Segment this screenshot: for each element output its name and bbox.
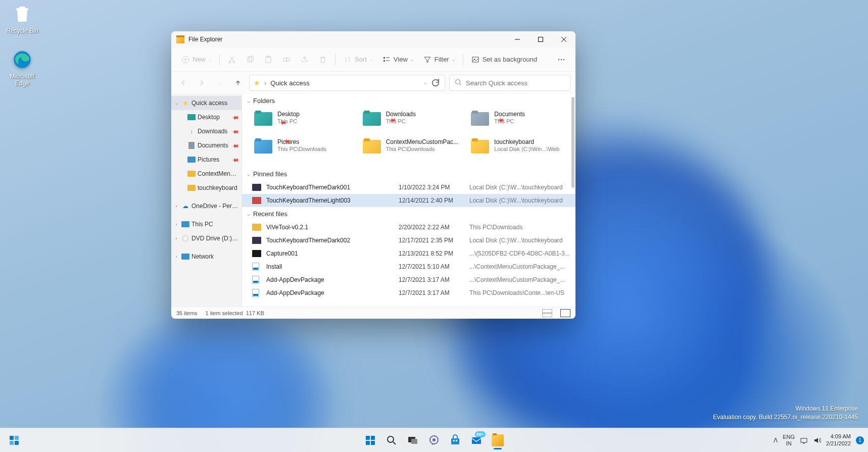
file-row[interactable]: Capture00112/13/2021 8:52 PM...\{5205DFB… — [242, 247, 575, 260]
expand-icon: › — [173, 222, 179, 227]
up-button[interactable] — [231, 76, 245, 90]
file-row[interactable]: TouchKeyboardThemeLight00312/14/2021 2:4… — [242, 194, 575, 207]
watermark: Windows 11 Enterprise Evaluation copy. B… — [713, 405, 858, 422]
tray-overflow-button[interactable]: ᐱ — [774, 437, 778, 444]
copy-button[interactable] — [242, 52, 258, 68]
sidebar-item-desktop[interactable]: Desktop📌 — [171, 110, 242, 124]
folder-tile[interactable]: DesktopThis PC📌 — [252, 109, 356, 133]
svg-rect-20 — [10, 441, 14, 445]
edge-icon — [11, 48, 33, 71]
forward-button[interactable] — [195, 76, 209, 90]
store-button[interactable] — [445, 430, 465, 450]
share-button[interactable] — [297, 52, 313, 68]
sidebar-item-touchkeyboard[interactable]: touchkeyboard — [171, 181, 242, 195]
file-row[interactable]: Add-AppDevPackage12/7/2021 3:17 AMThis P… — [242, 286, 575, 299]
desktop-icon-edge[interactable]: Microsoft Edge — [3, 48, 41, 87]
refresh-button[interactable] — [430, 78, 441, 88]
folder-tile[interactable]: touchkeyboardLocal Disk (C:)\Win...\Web — [469, 136, 572, 161]
file-date: 12/17/2021 2:35 PM — [399, 237, 469, 244]
file-path: ...\{5205DFB2-CDF6-4D8C-A0B1-3... — [469, 250, 570, 257]
selection-info: 1 item selected 117 KB — [206, 310, 264, 316]
search-button[interactable] — [381, 430, 402, 450]
paste-button[interactable] — [260, 52, 276, 68]
folder-tile[interactable]: DownloadsThis PC📌 — [361, 109, 464, 133]
sidebar-item-documents[interactable]: Documents📌 — [171, 138, 242, 153]
onedrive-icon: ☁ — [181, 202, 189, 210]
folder-tile[interactable]: ContextMenuCustomPac...This PC\Downloads — [361, 136, 464, 161]
search-input[interactable] — [466, 79, 565, 87]
chat-button[interactable] — [424, 430, 444, 450]
file-row[interactable]: TouchKeyboardThemeDark0011/10/2022 3:24 … — [242, 181, 575, 194]
sidebar-item-network[interactable]: ›Network — [171, 249, 242, 264]
recent-files-header[interactable]: ⌵Recent files — [242, 207, 575, 221]
file-row[interactable]: TouchKeyboardThemeDark00212/17/2021 2:35… — [242, 234, 575, 247]
sidebar-item-onedrive-personal[interactable]: ›☁OneDrive - Personal — [171, 199, 242, 213]
maximize-button[interactable] — [529, 31, 552, 47]
network-icon[interactable] — [800, 436, 808, 444]
filter-button[interactable]: Filter⌵ — [419, 52, 459, 68]
volume-icon[interactable] — [813, 436, 821, 444]
mail-button[interactable]: 99+ — [466, 430, 487, 450]
cut-button[interactable] — [224, 52, 240, 68]
folder-tile[interactable]: PicturesThis PC\Downloads📌 — [252, 136, 356, 161]
sidebar-item-contextmenucust[interactable]: ContextMenuCust — [171, 167, 242, 181]
minimize-button[interactable] — [506, 31, 529, 47]
desktop-icon — [187, 113, 196, 121]
dvd-icon — [181, 234, 189, 242]
new-button[interactable]: New⌵ — [177, 52, 215, 68]
details-view-button[interactable] — [542, 309, 552, 317]
titlebar[interactable]: File Explorer — [171, 31, 575, 47]
back-button[interactable] — [176, 76, 190, 90]
sidebar-item-pictures[interactable]: Pictures📌 — [171, 153, 242, 167]
set-background-button[interactable]: Set as background — [467, 52, 541, 68]
delete-button[interactable] — [315, 52, 331, 68]
file-date: 12/7/2021 5:10 AM — [399, 263, 469, 270]
pin-icon: 📌 — [231, 127, 239, 135]
folder-tile[interactable]: DocumentsThis PC📌 — [469, 109, 572, 133]
close-button[interactable] — [552, 31, 575, 47]
breadcrumb[interactable]: Quick access — [270, 79, 309, 87]
notification-badge[interactable]: 1 — [856, 436, 864, 444]
taskbar: 99+ ᐱ ENGIN 4:09 AM2/21/2022 1 — [0, 428, 868, 452]
recent-locations-button[interactable]: ⌵ — [213, 76, 227, 90]
file-row[interactable]: Install12/7/2021 5:10 AM...\ContextMenuC… — [242, 260, 575, 273]
more-button[interactable] — [553, 52, 569, 68]
file-explorer-icon — [176, 35, 184, 43]
file-row[interactable]: Add-AppDevPackage12/7/2021 3:17 AM...\Co… — [242, 273, 575, 286]
start-button[interactable] — [360, 430, 380, 450]
sidebar-item-this-pc[interactable]: ›This PC — [171, 217, 242, 231]
desktop-icon-recycle-bin[interactable]: Recycle Bin — [3, 3, 41, 34]
file-path: This PC\Downloads — [469, 224, 570, 231]
file-row[interactable]: ViVeTool-v0.2.12/20/2022 2:22 AMThis PC\… — [242, 221, 575, 234]
file-path: Local Disk (C:)\W...\touchkeyboard — [469, 237, 570, 244]
chevron-down-icon: ⌵ — [247, 98, 250, 104]
scrollbar[interactable] — [571, 97, 574, 188]
file-date: 1/10/2022 3:24 PM — [399, 184, 469, 191]
folders-header[interactable]: ⌵Folders — [242, 94, 575, 108]
file-name: TouchKeyboardThemeDark002 — [266, 237, 399, 244]
status-bar: 35 items 1 item selected 117 KB — [171, 307, 575, 319]
sidebar: ⌵★Quick accessDesktop📌↓Downloads📌Documen… — [171, 94, 242, 307]
view-button[interactable]: View⌵ — [378, 52, 417, 68]
thumbnails-view-button[interactable] — [560, 309, 570, 317]
sort-button[interactable]: Sort⌵ — [340, 52, 376, 68]
sidebar-item-downloads[interactable]: ↓Downloads📌 — [171, 124, 242, 138]
chevron-right-icon: › — [264, 79, 266, 87]
search-box[interactable] — [449, 75, 570, 91]
file-explorer-taskbar-button[interactable] — [488, 430, 508, 450]
svg-rect-1 — [539, 37, 543, 42]
filter-icon — [423, 56, 431, 64]
file-thumb-icon — [252, 263, 266, 271]
rename-button[interactable] — [278, 52, 295, 68]
sidebar-item-quick-access[interactable]: ⌵★Quick access — [171, 96, 242, 110]
language-indicator[interactable]: ENGIN — [783, 434, 795, 446]
file-date: 2/20/2022 2:22 AM — [399, 224, 469, 231]
clock[interactable]: 4:09 AM2/21/2022 — [826, 433, 851, 446]
pinned-files-header[interactable]: ⌵Pinned files — [242, 167, 575, 181]
chevron-down-icon[interactable]: ⌵ — [424, 80, 426, 85]
task-view-button[interactable] — [403, 430, 423, 450]
address-bar[interactable]: ★ › Quick access ⌵ — [249, 75, 445, 91]
folder-name: Desktop — [277, 111, 300, 118]
widgets-button[interactable] — [4, 430, 24, 450]
sidebar-item-dvd-drive-d-ccco[interactable]: ›DVD Drive (D:) CCCO — [171, 231, 242, 245]
